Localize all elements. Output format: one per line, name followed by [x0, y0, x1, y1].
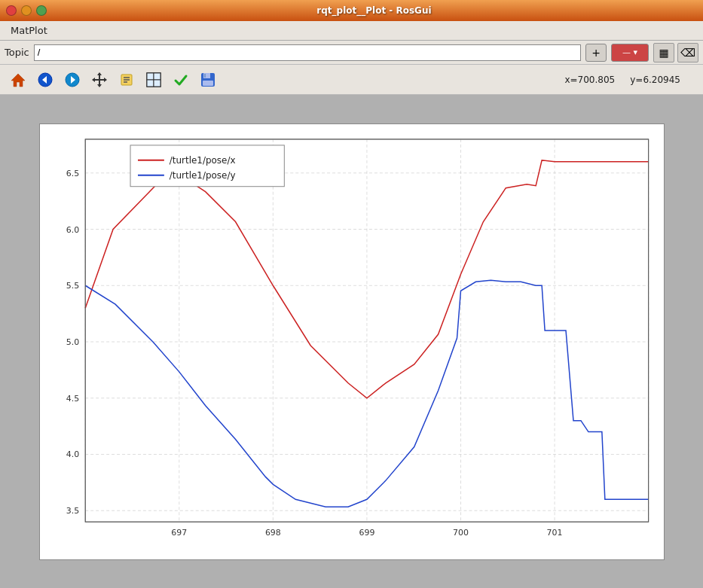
- svg-text:4.0: 4.0: [66, 449, 78, 459]
- svg-rect-18: [147, 80, 154, 87]
- save-button[interactable]: [196, 68, 220, 92]
- menu-bar: MatPlot: [0, 21, 703, 41]
- close-button[interactable]: [6, 5, 17, 16]
- topic-bar: Topic + — ▾ ▦ ⌫: [0, 41, 703, 65]
- svg-rect-19: [154, 80, 160, 87]
- svg-text:4.5: 4.5: [66, 393, 78, 403]
- svg-text:/turtle1/pose/y: /turtle1/pose/y: [169, 169, 235, 180]
- forward-button[interactable]: [60, 68, 84, 92]
- topic-label: Topic: [5, 47, 29, 58]
- topic-input[interactable]: [34, 44, 581, 61]
- check-icon: [173, 72, 189, 88]
- svg-text:3.5: 3.5: [66, 506, 78, 516]
- svg-text:6.0: 6.0: [66, 224, 78, 234]
- home-button[interactable]: [6, 68, 30, 92]
- check-button[interactable]: [169, 68, 193, 92]
- svg-rect-16: [147, 73, 154, 80]
- right-controls: ▦ ⌫: [653, 43, 698, 62]
- svg-text:701: 701: [546, 528, 562, 538]
- remove-topic-button[interactable]: — ▾: [611, 44, 649, 62]
- pan-button[interactable]: [87, 68, 112, 92]
- svg-rect-22: [204, 74, 206, 78]
- title-bar: rqt_plot__Plot - RosGui: [0, 0, 703, 21]
- svg-marker-7: [97, 72, 102, 75]
- svg-text:697: 697: [171, 528, 187, 538]
- svg-marker-10: [104, 78, 107, 82]
- svg-text:698: 698: [264, 528, 280, 538]
- chart-container: 3.5 4.0 4.5 5.0 5.5 6.0 6.5 697 698 699 …: [0, 95, 703, 588]
- svg-text:699: 699: [359, 528, 374, 538]
- svg-rect-17: [154, 73, 160, 80]
- coordinates-display: x=700.805 y=6.20945: [564, 75, 680, 85]
- add-topic-button[interactable]: +: [585, 44, 607, 62]
- window-title: rqt_plot__Plot - RosGui: [51, 5, 697, 16]
- erase-icon: ⌫: [680, 47, 695, 59]
- zoom-icon: [145, 72, 162, 88]
- zoom-button[interactable]: [142, 68, 166, 92]
- minimize-button[interactable]: [21, 5, 32, 16]
- pan-icon: [91, 72, 108, 88]
- svg-text:5.0: 5.0: [66, 337, 78, 346]
- forward-icon: [64, 72, 81, 88]
- minus-icon: — ▾: [622, 47, 637, 57]
- svg-text:6.5: 6.5: [66, 168, 78, 178]
- svg-text:700: 700: [453, 528, 469, 538]
- svg-marker-9: [92, 78, 95, 82]
- menu-matplot[interactable]: MatPlot: [6, 23, 52, 38]
- grid-view-button[interactable]: ▦: [653, 43, 674, 62]
- svg-marker-0: [11, 74, 25, 87]
- plus-icon: +: [591, 47, 601, 59]
- y-coordinate: y=6.20945: [630, 75, 680, 85]
- back-icon: [37, 72, 53, 88]
- toolbar: x=700.805 y=6.20945: [0, 65, 703, 95]
- grid-icon: ▦: [659, 47, 668, 59]
- svg-text:5.5: 5.5: [66, 281, 78, 291]
- svg-marker-8: [97, 84, 102, 87]
- svg-rect-23: [203, 81, 213, 86]
- edit-button[interactable]: [115, 68, 139, 92]
- x-coordinate: x=700.805: [564, 75, 615, 85]
- svg-text:/turtle1/pose/x: /turtle1/pose/x: [169, 154, 235, 165]
- save-icon: [200, 72, 216, 88]
- maximize-button[interactable]: [36, 5, 47, 16]
- clear-button[interactable]: ⌫: [677, 43, 698, 62]
- back-button[interactable]: [33, 68, 57, 92]
- home-icon: [10, 72, 26, 88]
- edit-icon: [118, 72, 135, 88]
- chart-plot-area[interactable]: 3.5 4.0 4.5 5.0 5.5 6.0 6.5 697 698 699 …: [39, 123, 665, 560]
- chart-svg: 3.5 4.0 4.5 5.0 5.5 6.0 6.5 697 698 699 …: [40, 124, 664, 559]
